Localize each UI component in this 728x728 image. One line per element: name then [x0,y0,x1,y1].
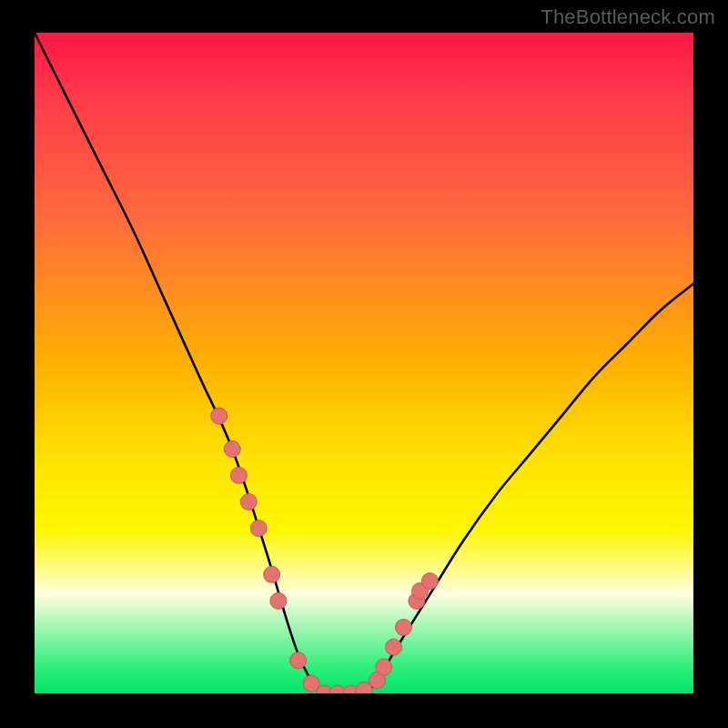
data-marker [421,573,438,590]
bottleneck-curve [35,33,693,693]
data-marker [290,652,307,669]
chart-overlay [35,33,693,693]
data-marker [264,566,280,582]
marker-group [211,408,439,693]
data-marker [224,440,240,457]
data-marker [386,639,402,655]
data-marker [211,408,228,424]
plot-area [35,33,693,693]
data-marker [240,493,257,510]
chart-stage: TheBottleneck.com [0,0,728,728]
data-marker [250,521,267,537]
data-marker [376,659,392,675]
data-marker [395,619,411,635]
data-marker [230,467,247,483]
data-marker [270,592,287,609]
attribution-text: TheBottleneck.com [541,5,715,29]
